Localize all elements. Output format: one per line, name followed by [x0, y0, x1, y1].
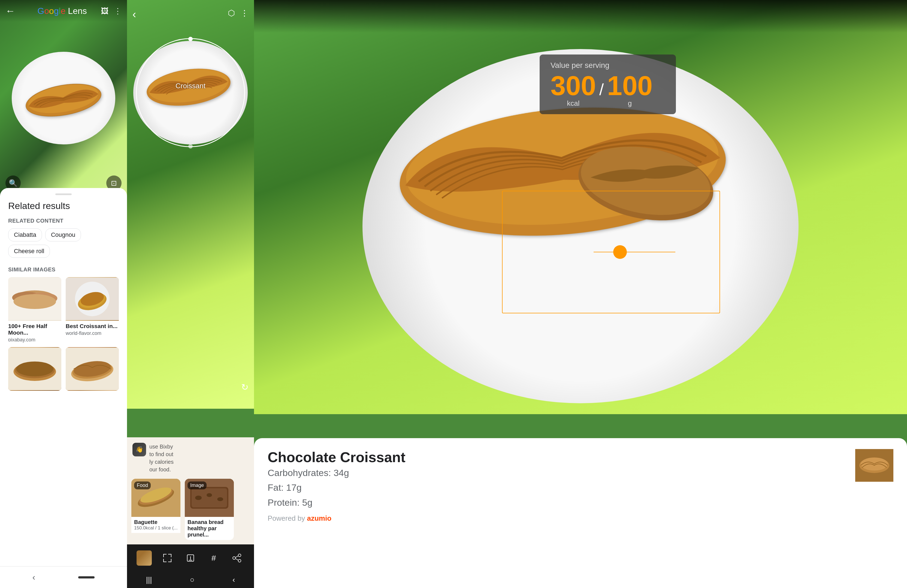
bottom-toolbar: #: [127, 545, 254, 572]
chip-ciabatta[interactable]: Ciabatta: [8, 228, 42, 242]
p2-more-icon[interactable]: ⋮: [240, 8, 248, 18]
dark-overlay: [254, 0, 907, 33]
svg-point-45: [238, 559, 241, 562]
image-thumb-1: [8, 277, 61, 321]
baguette-image: Food: [131, 479, 180, 517]
bottom-nav: ‹: [0, 566, 127, 588]
svg-rect-41: [171, 559, 171, 562]
chip-cougnou[interactable]: Cougnou: [45, 228, 81, 242]
croissant-label: Croissant: [176, 82, 205, 90]
p2-icon-1[interactable]: ⬡: [228, 8, 235, 18]
related-content-label: RELATED CONTENT: [8, 218, 119, 224]
nutrition-separator: /: [599, 80, 604, 99]
camera-thumbnail: [136, 550, 152, 566]
nutrition-values: 300 kcal / 100 g: [551, 72, 665, 107]
hashtag-button[interactable]: #: [206, 550, 221, 566]
protein-fact: Protein: 5g: [268, 495, 405, 510]
svg-point-44: [233, 557, 236, 559]
nav-pill: [78, 576, 95, 578]
bixby-icon: 👋: [133, 443, 146, 457]
food-bottom-panel: 👋 use Bixby to find out ly calories our …: [127, 437, 254, 588]
nutrition-label: Value per serving: [551, 61, 665, 70]
edit-button[interactable]: [183, 550, 198, 566]
svg-point-32: [207, 493, 212, 497]
bixby-card: 👋 use Bixby to find out ly calories our …: [127, 437, 254, 479]
chip-cheese-roll[interactable]: Cheese roll: [8, 245, 50, 258]
food-card-baguette[interactable]: Food Baguette 150.0kcal / 1 slice (...: [131, 479, 180, 540]
edit-icon: [185, 553, 196, 564]
scan-icon: [162, 553, 173, 564]
selection-dot-top: [188, 37, 193, 41]
image-thumb-3: [8, 347, 61, 391]
top-bar-icons: 🖼 ⋮: [101, 6, 122, 16]
food-badge-image: Image: [187, 481, 207, 489]
svg-point-43: [238, 554, 241, 557]
orange-line: [594, 252, 675, 252]
product-info: Chocolate Croissant Carbohydrates: 34g F…: [268, 449, 405, 522]
product-name: Chocolate Croissant: [268, 449, 405, 465]
more-icon[interactable]: ⋮: [114, 6, 122, 16]
similar-images-grid: 100+ Free Half Moon... pixabay.com Best …: [8, 277, 119, 391]
p2-top-icons: ⬡ ⋮: [228, 8, 248, 18]
svg-point-31: [195, 496, 202, 500]
g-group: 100 g: [607, 72, 653, 107]
share-button[interactable]: [229, 550, 244, 566]
carbs-fact: Carbohydrates: 34g: [268, 465, 405, 480]
p2-back-button[interactable]: ‹: [133, 8, 136, 21]
baguette-info: Baguette 150.0kcal / 1 slice (...: [131, 517, 180, 533]
drag-handle[interactable]: [55, 194, 72, 195]
food-card-bread[interactable]: Image Banana bread healthy par prunel...: [185, 479, 234, 540]
selection-dot-bottom: [188, 144, 193, 149]
image-card-1-source: pixabay.com: [8, 337, 61, 343]
top-bar: ← Google Lens 🖼 ⋮: [0, 0, 127, 22]
svg-point-33: [217, 497, 223, 501]
image-thumb-4: [66, 347, 119, 391]
scan-button[interactable]: [160, 550, 175, 566]
nav-back-button-2[interactable]: ‹: [232, 575, 235, 584]
panel-bixby-food: ‹ ⬡ ⋮ Croissant: [127, 0, 254, 588]
panel-calorie-info: Value per serving 300 kcal / 100 g Choco…: [254, 0, 907, 588]
bread-image: Image: [185, 479, 234, 517]
nutrition-facts: Carbohydrates: 34g Fat: 17g Protein: 5g: [268, 465, 405, 510]
svg-point-17: [16, 362, 53, 377]
bixby-photo-area: ‹ ⬡ ⋮ Croissant: [127, 0, 254, 409]
nutrition-box: Value per serving 300 kcal / 100 g: [540, 54, 676, 114]
g-value: 100: [607, 70, 653, 101]
search-icon: 🔍: [9, 179, 18, 187]
app-title: Google Lens: [24, 6, 101, 16]
bread-name: Banana bread healthy par prunel...: [187, 519, 231, 538]
fat-fact: Fat: 17g: [268, 480, 405, 495]
product-thumbnail: [855, 449, 893, 482]
info-card-header: Chocolate Croissant Carbohydrates: 34g F…: [268, 449, 893, 522]
svg-point-2: [24, 79, 104, 122]
lens-photo-area: ← Google Lens 🖼 ⋮ 🔍 ⊡: [0, 0, 127, 196]
food-badge-food: Food: [134, 481, 151, 489]
refresh-button[interactable]: ↻: [241, 382, 248, 393]
image-card-3[interactable]: [8, 347, 61, 391]
svg-rect-39: [163, 559, 164, 562]
image-card-1-title: 100+ Free Half Moon...: [8, 323, 61, 336]
svg-rect-35: [163, 554, 164, 557]
camera-thumb-button[interactable]: [136, 550, 152, 566]
nav-apps-button[interactable]: |||: [146, 575, 152, 584]
kcal-group: 300 kcal: [551, 72, 596, 107]
powered-by-prefix: Powered by: [268, 514, 307, 522]
image-card-2-source: world-flavor.com: [66, 330, 119, 336]
hashtag-icon: #: [212, 553, 216, 563]
nav-home-button[interactable]: ○: [190, 575, 195, 584]
bixby-text: use Bixby to find out ly calories our fo…: [149, 443, 174, 473]
system-nav: ||| ○ ‹: [127, 572, 254, 588]
image-card-2[interactable]: Best Croissant in... world-flavor.com: [66, 277, 119, 343]
svg-point-8: [14, 294, 56, 309]
image-card-4[interactable]: [66, 347, 119, 391]
related-results-title: Related results: [8, 200, 119, 211]
baguette-cal: 150.0kcal / 1 slice (...: [134, 526, 178, 531]
powered-brand[interactable]: azumio: [307, 514, 332, 522]
kcal-value: 300: [551, 70, 596, 101]
svg-line-46: [236, 556, 238, 558]
image-card-1[interactable]: 100+ Free Half Moon... pixabay.com: [8, 277, 61, 343]
nav-back-button[interactable]: ‹: [32, 572, 35, 582]
back-button[interactable]: ←: [5, 5, 15, 17]
chips-row: Ciabatta Cougnou Cheese roll: [8, 228, 119, 258]
gallery-icon[interactable]: 🖼: [101, 6, 109, 16]
